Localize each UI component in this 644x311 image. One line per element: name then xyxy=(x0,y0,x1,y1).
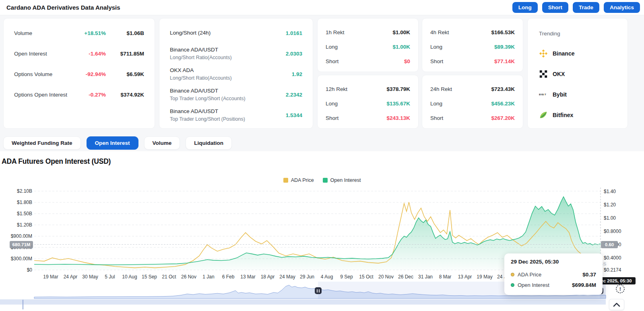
right-axis-tick: $1.00 xyxy=(604,215,616,221)
collapse-panel-button[interactable] xyxy=(609,299,624,310)
x-axis-label: 21 Oct xyxy=(162,274,176,280)
x-axis-label: 5 Jul xyxy=(105,274,115,280)
x-axis-label: 26 Nov xyxy=(181,274,196,280)
app-root: Cardano ADA Derivatives Data Analysis Lo… xyxy=(0,0,644,311)
tooltip-row-ada-price: ADA Price $0.37 xyxy=(511,269,596,280)
x-axis-label: 26 Dec xyxy=(398,274,413,280)
settings-gear-button[interactable]: ! xyxy=(614,282,627,295)
x-axis-label: 9 Sep xyxy=(340,274,353,280)
x-axis-label: 8 Mar xyxy=(439,274,452,280)
x-axis-label: 10 Aug xyxy=(122,274,137,280)
gear-alert-icon: ! xyxy=(614,282,627,295)
tooltip-date: 29 Dec 2025, 05:30 xyxy=(511,259,596,265)
navigator-left-handle[interactable] xyxy=(315,287,322,294)
chart-scrollbar[interactable] xyxy=(0,299,606,305)
x-axis-label: 24 Apr xyxy=(64,274,78,280)
scrollbar-notch xyxy=(23,300,23,309)
x-axis-label: 31 Jan xyxy=(418,274,433,280)
x-axis-label: 18 Apr xyxy=(261,274,275,280)
right-axis-crosshair-badge: 0.60 xyxy=(601,241,618,248)
chart-tooltip: 29 Dec 2025, 05:30 ADA Price $0.37 Open … xyxy=(504,253,603,295)
left-axis-crosshair-badge: 680.71M xyxy=(10,241,33,248)
svg-text:!: ! xyxy=(619,286,621,292)
open-interest-dot xyxy=(511,283,514,287)
left-axis-tick: $1.80B xyxy=(0,200,32,205)
tooltip-row-open-interest: Open Interest $699.84M xyxy=(511,280,596,290)
chevron-up-icon xyxy=(612,302,621,307)
right-axis-tick: $0.2174 xyxy=(604,267,621,273)
x-axis-label: 1 Jan xyxy=(202,274,214,280)
x-axis-label: 15 Oct xyxy=(359,274,373,280)
tooltip-label: ADA Price xyxy=(518,272,541,278)
left-axis-tick: $900.00M xyxy=(0,233,32,239)
tooltip-label: Open Interest xyxy=(518,282,549,288)
x-axis-label: 19 May xyxy=(477,274,492,280)
x-axis-label: 13 Apr xyxy=(458,274,472,280)
tooltip-value: $0.37 xyxy=(582,272,596,278)
x-axis-label: 30 May xyxy=(82,274,98,280)
x-axis-label: 20 Nov xyxy=(378,274,394,280)
right-axis-tick: $0.8000 xyxy=(604,229,621,234)
left-axis-tick: $2.10B xyxy=(0,188,32,194)
x-axis-label: 29 Jun xyxy=(300,274,314,280)
left-axis-tick: $0 xyxy=(0,267,32,273)
x-axis-label: 19 Mar xyxy=(43,274,58,280)
x-axis-label: 24 May xyxy=(279,274,295,280)
ada-price-dot xyxy=(511,273,514,276)
tooltip-value: $699.84M xyxy=(572,282,596,288)
x-axis-label: 6 Feb xyxy=(222,274,235,280)
right-axis-tick: $1.40 xyxy=(604,189,616,194)
x-axis-label: 13 Mar xyxy=(240,274,255,280)
right-axis-tick: $1.20 xyxy=(604,202,616,208)
x-axis-label: 4 Aug xyxy=(321,274,333,280)
x-axis-label: 15 Sep xyxy=(142,274,157,280)
left-axis-tick: $1.20B xyxy=(0,222,32,228)
left-axis-tick: $300.00M xyxy=(0,256,32,262)
left-axis-tick: $1.50B xyxy=(0,211,32,216)
